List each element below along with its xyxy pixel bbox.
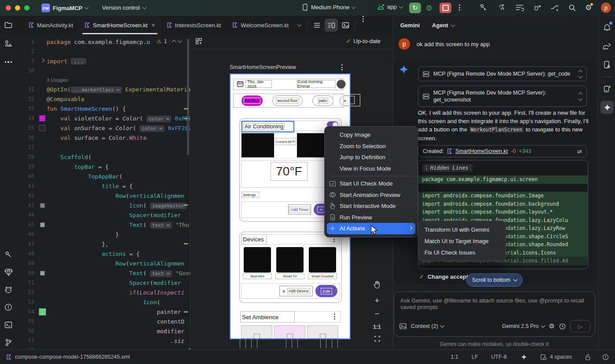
fold-arrow-icon[interactable] xyxy=(40,58,44,63)
device-tile[interactable] xyxy=(244,247,271,273)
menu-item-jump-to-definition[interactable]: Jump to Definition xyxy=(325,152,417,163)
code-line[interactable]: 47 }, xyxy=(18,239,190,249)
code-line[interactable]: 34 val violetColor = Color( color = 0xFE… xyxy=(18,113,190,123)
device-selector[interactable]: Medium Phone xyxy=(302,4,355,11)
preview-only-view-button[interactable] xyxy=(339,16,352,34)
code-editor[interactable]: 1package com.example.figmamcp.u23import … xyxy=(18,34,190,349)
gemini-tool-button[interactable] xyxy=(600,101,614,114)
code-line[interactable]: 46 } xyxy=(18,229,190,239)
sidebar-item-terminal[interactable] xyxy=(0,317,17,332)
code-line[interactable]: 50 Text( text = "Good xyxy=(18,268,190,278)
ambience-tile[interactable] xyxy=(241,325,272,339)
code-line[interactable]: 56 modifier xyxy=(18,326,190,336)
code-line[interactable]: 54 painter xyxy=(18,307,190,317)
notifications-button[interactable] xyxy=(599,20,615,35)
device-manager-button[interactable] xyxy=(599,81,615,96)
sidebar-item-problems[interactable] xyxy=(0,300,17,315)
code-line[interactable]: 35 val onSurface = Color( color = 0xFF2E… xyxy=(18,123,190,133)
sidebar-item-app-quality-insights[interactable] xyxy=(0,265,17,280)
zoom-out-button[interactable]: − xyxy=(372,309,382,319)
status-encoding[interactable]: UTF-8 xyxy=(491,354,507,360)
edit-button[interactable]: Edit xyxy=(315,285,337,297)
close-tab-icon[interactable]: × xyxy=(151,22,155,29)
zoom-fit-button[interactable] xyxy=(372,335,382,342)
color-preview-swatch[interactable] xyxy=(39,308,46,316)
code-line[interactable]: 42 Row(verticalAlignmen xyxy=(18,191,190,200)
code-line[interactable]: 37 xyxy=(18,142,190,152)
attach-image-icon[interactable] xyxy=(399,323,406,329)
menu-item-zoom-to-selection[interactable]: Zoom to Selection xyxy=(325,141,417,152)
tool-call-get-code[interactable]: MCP (Figma Remote Dev Mode MCP Server): … xyxy=(418,66,587,81)
code-line[interactable]: 55 contentD xyxy=(18,317,190,326)
project-tool-button[interactable] xyxy=(0,16,17,34)
ambience-tile[interactable] xyxy=(307,325,338,339)
ambience-kebab[interactable] xyxy=(334,313,335,320)
pan-button[interactable] xyxy=(372,280,382,289)
submenu-item-match-ui-to-target-image[interactable]: Match UI to Target Image xyxy=(418,235,505,247)
code-line[interactable]: 33fun SmartHomeScreen() { xyxy=(18,104,190,113)
zoom-in-button[interactable]: + xyxy=(372,296,382,306)
code-line[interactable]: 2 xyxy=(18,47,190,56)
code-line[interactable]: 36 val surface = Color.White xyxy=(18,133,190,142)
maximize-window-button[interactable] xyxy=(24,5,29,11)
code-line[interactable]: 3import ... xyxy=(18,56,190,66)
code-line[interactable]: 58 cli xyxy=(18,346,190,349)
tool-call-get-screenshot[interactable]: MCP (Figma Remote Dev Mode MCP Server): … xyxy=(418,86,587,107)
sidebar-item-more[interactable] xyxy=(0,55,17,69)
search-everywhere-button[interactable] xyxy=(568,4,576,12)
code-line[interactable]: 31@OptIn(...markerClass = ExperimentalMa… xyxy=(18,84,190,94)
code-line[interactable]: 39 topBar = { xyxy=(18,162,190,171)
attach-debugger-button[interactable] xyxy=(533,4,542,12)
code-line[interactable]: 51 Spacer(modifier xyxy=(18,278,190,288)
close-window-button[interactable] xyxy=(6,5,11,11)
color-preview-swatch[interactable] xyxy=(40,203,45,208)
zoom-reset-button[interactable]: 1:1 xyxy=(372,324,382,330)
code-line[interactable]: 52 if(LocalInspecti xyxy=(18,288,190,297)
tab-interestsscreen[interactable]: InterestsScreen.kt xyxy=(161,16,227,34)
color-preview-swatch[interactable] xyxy=(40,271,45,276)
menu-item-start-animation-preview[interactable]: Start Animation Preview xyxy=(325,189,417,201)
project-selector[interactable]: FigmaMCP xyxy=(53,5,82,11)
prompt-input[interactable] xyxy=(399,296,590,319)
code-line[interactable]: 53 Icon( xyxy=(18,297,190,307)
editor-options-kebab[interactable] xyxy=(358,16,368,34)
profiler-button[interactable] xyxy=(550,4,559,12)
device-tile[interactable] xyxy=(276,247,304,273)
open-diff-icon[interactable]: ⇄ xyxy=(577,148,582,155)
avatar[interactable]: p xyxy=(601,3,611,13)
profile-avatar[interactable] xyxy=(337,80,346,89)
tab-list-dropdown[interactable] xyxy=(294,16,304,34)
lock-icon[interactable] xyxy=(585,354,591,360)
debug-button[interactable] xyxy=(425,4,433,12)
model-selector[interactable]: Gemini 2.5 Pro xyxy=(502,323,544,329)
add-device-button[interactable]: + Add Device xyxy=(279,286,313,296)
code-line[interactable]: 30 xyxy=(18,66,190,76)
color-preview-swatch[interactable] xyxy=(39,115,45,121)
add-timer-button[interactable]: Add Timer xyxy=(288,204,311,215)
code-line[interactable]: 44 Spacer(modifier xyxy=(18,210,190,220)
code-line[interactable]: 38 Scaffold( xyxy=(18,152,190,162)
menu-item-run-preview[interactable]: Run Preview xyxy=(325,212,417,223)
code-line[interactable]: 40 TopAppBar( xyxy=(18,171,190,181)
devices-card[interactable]: Devices Nest Mini Smart TV Smart Doorbel… xyxy=(239,232,342,303)
code-line[interactable]: 49 Row(verticalAlignmen xyxy=(18,258,190,268)
device-tile[interactable] xyxy=(309,247,336,273)
scroll-to-bottom-button[interactable]: Scroll to bottom xyxy=(466,273,523,287)
menu-item-view-in-focus-mode[interactable]: View in Focus Mode xyxy=(325,163,417,175)
code-line[interactable]: 32@Composable xyxy=(18,94,190,104)
clock-icon[interactable] xyxy=(559,323,566,330)
editor-scrollbar[interactable] xyxy=(187,39,189,155)
stop-button[interactable] xyxy=(439,3,451,13)
code-line[interactable]: 41 title = { xyxy=(18,181,190,191)
chip-first-floor[interactable]: first floor xyxy=(242,95,263,106)
split-view-button[interactable] xyxy=(325,18,338,32)
live-edit-button[interactable]: A xyxy=(498,4,506,12)
run-button[interactable]: ↻ xyxy=(409,3,421,13)
code-line[interactable]: 48 actions = { xyxy=(18,249,190,258)
context-dropdown[interactable]: Context (2) xyxy=(411,323,444,329)
send-button[interactable]: ▷ xyxy=(570,320,590,332)
tab-gemini[interactable]: Gemini xyxy=(400,22,420,29)
problems-status-icon[interactable] xyxy=(602,354,609,360)
code-line[interactable]: 43 Icon( imageVector xyxy=(18,200,190,210)
settings-button[interactable]: ⚙ xyxy=(585,3,592,12)
